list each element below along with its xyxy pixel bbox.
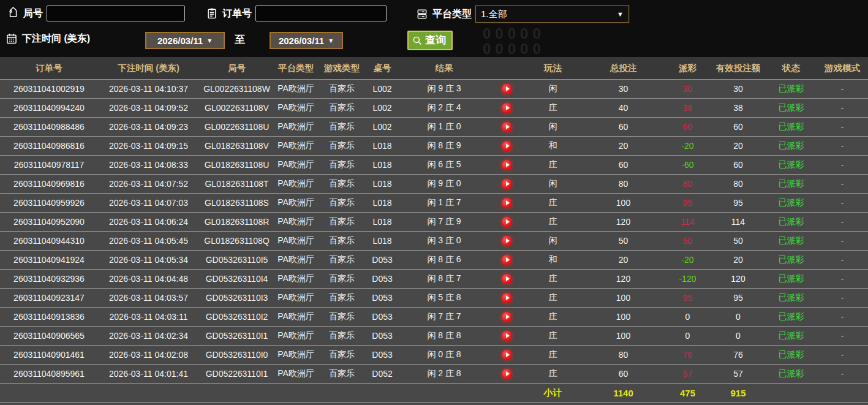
cell-mode: - xyxy=(817,251,868,270)
cell-time: 2026-03-11 04:06:24 xyxy=(98,213,199,232)
search-button[interactable]: 查询 xyxy=(407,31,453,50)
cell-bet: 50 xyxy=(582,232,665,251)
play-video-icon[interactable] xyxy=(502,236,512,246)
cell-play xyxy=(490,194,524,213)
cell-table: L002 xyxy=(366,118,398,137)
play-video-icon[interactable] xyxy=(502,198,512,208)
cell-order: 260311040988486 xyxy=(0,118,98,137)
cell-bet: 40 xyxy=(582,99,665,118)
cell-time: 2026-03-11 04:03:11 xyxy=(98,308,199,327)
play-video-icon[interactable] xyxy=(502,274,512,284)
triangle-glyph xyxy=(506,371,510,376)
subtotal-row-label: 小计 xyxy=(524,384,582,403)
round-input[interactable] xyxy=(47,6,185,21)
cell-mode: - xyxy=(817,80,868,99)
empty-cell xyxy=(199,384,274,403)
cell-bet: 20 xyxy=(582,251,665,270)
table-row: 2603110409329362026-03-11 04:04:48GD0532… xyxy=(0,270,868,289)
cell-time: 2026-03-11 04:09:15 xyxy=(98,137,199,156)
cell-table: L018 xyxy=(366,137,398,156)
cell-table: D053 xyxy=(366,346,398,365)
cell-platform: PA欧洲厅 xyxy=(274,327,317,346)
cell-result: 闲 8 庄 9 xyxy=(398,137,490,156)
cell-round: GD053263110I4 xyxy=(199,270,274,289)
order-input[interactable] xyxy=(255,6,387,21)
play-video-icon[interactable] xyxy=(502,331,512,341)
play-video-icon[interactable] xyxy=(502,293,512,303)
cell-table: D053 xyxy=(366,289,398,308)
cell-game: 百家乐 xyxy=(317,289,366,308)
triangle-glyph xyxy=(506,219,510,224)
platform-type-select[interactable]: 1.全部 ▼ xyxy=(475,6,629,23)
cell-bet: 120 xyxy=(582,270,665,289)
header-order: 订单号 xyxy=(0,57,98,80)
cell-time: 2026-03-11 04:05:34 xyxy=(98,251,199,270)
header-game-type: 游戏类型 xyxy=(317,57,366,80)
cell-time: 2026-03-11 04:02:34 xyxy=(98,327,199,346)
play-video-icon[interactable] xyxy=(502,312,512,322)
cell-mode: - xyxy=(817,99,868,118)
play-video-icon[interactable] xyxy=(502,141,512,151)
play-video-icon[interactable] xyxy=(502,84,512,94)
cell-game: 百家乐 xyxy=(317,365,366,384)
play-video-icon[interactable] xyxy=(502,179,512,189)
bet-time-filter: 下注时间 (美东) xyxy=(5,32,90,45)
cell-playtype: 闲 xyxy=(524,175,582,194)
subtotal-row: 小计1140475915 xyxy=(0,384,868,403)
cell-platform: PA欧洲厅 xyxy=(274,213,317,232)
play-video-icon[interactable] xyxy=(502,369,512,379)
table-row: 2603110409884862026-03-11 04:09:23GL0022… xyxy=(0,118,868,137)
triangle-glyph xyxy=(506,352,510,357)
empty-cell xyxy=(398,403,490,405)
cell-payout: -60 xyxy=(665,156,711,175)
cell-game: 百家乐 xyxy=(317,137,366,156)
play-video-icon[interactable] xyxy=(502,103,512,113)
cell-platform: PA欧洲厅 xyxy=(274,289,317,308)
cell-platform: PA欧洲厅 xyxy=(274,232,317,251)
cell-table: L018 xyxy=(366,175,398,194)
play-video-icon[interactable] xyxy=(502,217,512,227)
cell-time: 2026-03-11 04:05:45 xyxy=(98,232,199,251)
table-row: 2603110409942402026-03-11 04:09:52GL0022… xyxy=(0,99,868,118)
cell-table: L018 xyxy=(366,213,398,232)
play-video-icon[interactable] xyxy=(502,350,512,360)
cell-play xyxy=(490,308,524,327)
play-video-icon[interactable] xyxy=(502,160,512,170)
cell-game: 百家乐 xyxy=(317,118,366,137)
empty-cell xyxy=(490,384,524,403)
cell-bet: 100 xyxy=(582,308,665,327)
header-status: 状态 xyxy=(766,57,817,80)
cell-platform: PA欧洲厅 xyxy=(274,346,317,365)
table-row: 2603110409065652026-03-11 04:02:34GD0532… xyxy=(0,327,868,346)
cell-time: 2026-03-11 04:07:52 xyxy=(98,175,199,194)
cell-play xyxy=(490,118,524,137)
cell-result: 闲 7 庄 7 xyxy=(398,308,490,327)
table-row: 2603110409014612026-03-11 04:02:08GD0532… xyxy=(0,346,868,365)
cell-order: 260311040994240 xyxy=(0,99,98,118)
cell-payout: 50 xyxy=(665,232,711,251)
date-from-picker[interactable]: 2026/03/11 ▼ xyxy=(145,32,225,49)
cell-play xyxy=(490,80,524,99)
table-row: 2603110409231472026-03-11 04:03:57GD0532… xyxy=(0,289,868,308)
cell-valid: 60 xyxy=(711,156,766,175)
cell-game: 百家乐 xyxy=(317,346,366,365)
cell-result: 闲 7 庄 9 xyxy=(398,213,490,232)
cell-round: GL0182631108U xyxy=(199,156,274,175)
cell-game: 百家乐 xyxy=(317,308,366,327)
cell-play xyxy=(490,175,524,194)
cell-time: 2026-03-11 04:07:03 xyxy=(98,194,199,213)
header-time: 下注时间 (美东) xyxy=(98,57,199,80)
play-video-icon[interactable] xyxy=(502,122,512,132)
date-to-picker[interactable]: 2026/03/11 ▼ xyxy=(270,32,343,49)
date-to-value: 2026/03/11 xyxy=(279,36,324,46)
cell-bet: 80 xyxy=(582,346,665,365)
cell-mode: - xyxy=(817,156,868,175)
play-video-icon[interactable] xyxy=(502,255,512,265)
empty-cell xyxy=(274,403,317,405)
cell-playtype: 庄 xyxy=(524,270,582,289)
cell-status: 已派彩 xyxy=(766,251,817,270)
watermark: 0000000000 xyxy=(483,26,545,56)
cell-platform: PA欧洲厅 xyxy=(274,270,317,289)
cell-valid: 20 xyxy=(711,251,766,270)
cell-round: GD052263110I1 xyxy=(199,365,274,384)
